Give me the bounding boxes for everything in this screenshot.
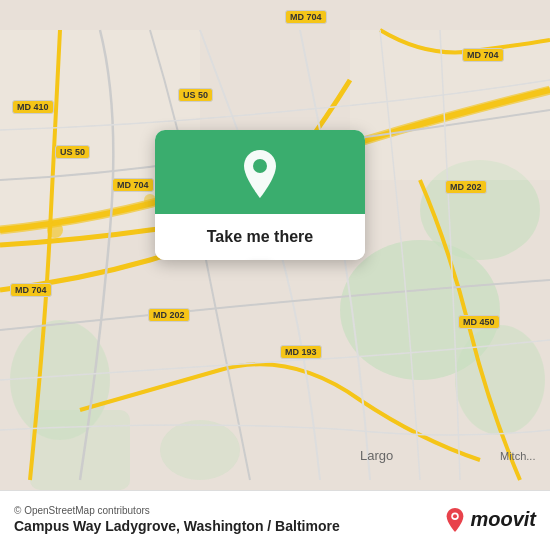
svg-point-13 xyxy=(253,159,267,173)
moovit-pin-icon xyxy=(444,507,466,533)
svg-text:Largo: Largo xyxy=(360,448,393,463)
map-container: Largo Mitch... MD 410 US 50 US 50 MD 704… xyxy=(0,0,550,550)
popup-green-area xyxy=(155,130,365,214)
moovit-logo: moovit xyxy=(444,507,536,533)
map-background: Largo Mitch... xyxy=(0,0,550,550)
location-title: Campus Way Ladygrove, Washington / Balti… xyxy=(14,518,340,534)
location-pin-icon xyxy=(238,148,282,200)
copyright-text: © OpenStreetMap contributors xyxy=(14,505,340,516)
bottom-left-info: © OpenStreetMap contributors Campus Way … xyxy=(14,505,340,534)
svg-point-6 xyxy=(160,420,240,480)
bottom-bar: © OpenStreetMap contributors Campus Way … xyxy=(0,490,550,550)
moovit-brand-text: moovit xyxy=(470,508,536,531)
svg-point-15 xyxy=(453,514,457,518)
svg-text:Mitch...: Mitch... xyxy=(500,450,535,462)
take-me-there-button[interactable]: Take me there xyxy=(155,214,365,260)
popup-button-label: Take me there xyxy=(207,228,313,246)
svg-point-9 xyxy=(47,222,63,238)
popup-card: Take me there xyxy=(155,130,365,260)
